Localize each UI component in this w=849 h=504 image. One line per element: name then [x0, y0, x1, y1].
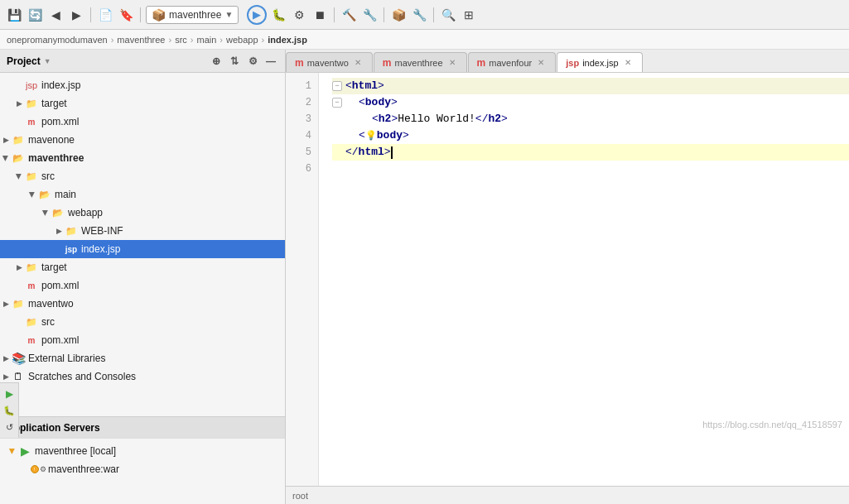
save-button[interactable]: 💾: [5, 6, 23, 24]
pom-icon: m: [25, 115, 38, 128]
tree-label: mavenone: [28, 134, 75, 146]
line-num-5: 5: [286, 144, 318, 161]
build-button[interactable]: 🔨: [340, 6, 358, 24]
tree-item-index-jsp-root[interactable]: ▶ jsp index.jsp: [0, 76, 285, 94]
tab-maventhree[interactable]: m maventhree ✕: [374, 52, 467, 72]
tab-indexjsp[interactable]: jsp index.jsp ✕: [557, 52, 642, 72]
tab-close-mavenfour[interactable]: ✕: [535, 57, 547, 69]
tree-item-indexjsp[interactable]: ▶ jsp index.jsp: [0, 240, 285, 258]
bc-module[interactable]: maventhree: [117, 35, 165, 45]
open-button[interactable]: 📄: [96, 6, 114, 24]
line-num-4: 4: [286, 127, 318, 144]
tab-close-indexjsp[interactable]: ✕: [622, 57, 634, 69]
settings-button[interactable]: 🔧: [410, 6, 428, 24]
m-icon: m: [477, 57, 486, 69]
jsp-icon: jsp: [25, 79, 38, 92]
tree-label: index.jsp: [81, 243, 120, 255]
tree-item-target[interactable]: ▶ 📁 target: [0, 258, 285, 276]
tab-close-maventhree[interactable]: ✕: [446, 57, 458, 69]
tree-item-mavenone[interactable]: ▶ 📁 mavenone: [0, 131, 285, 149]
settings-icon[interactable]: ⚙: [245, 54, 260, 69]
tree-item-src[interactable]: ▶ 📁 src: [0, 167, 285, 185]
sep2: [140, 7, 141, 22]
fold-2[interactable]: −: [332, 98, 342, 108]
rebuild-button[interactable]: 🔧: [360, 6, 379, 24]
collapse-icon[interactable]: —: [263, 54, 278, 69]
sidebar-header: Project ▼ ⊕ ⇅ ⚙ —: [0, 50, 285, 73]
scratches-icon: 🗒: [12, 370, 25, 383]
folder-icon: 📁: [25, 97, 38, 110]
back-button[interactable]: ◀: [46, 6, 65, 24]
search-button[interactable]: 🔍: [439, 6, 457, 24]
tree-item-maventhree-local[interactable]: ▶ ▶ maventhree [local]: [0, 442, 285, 460]
tree-item-pom-root[interactable]: ▶ m pom.xml: [0, 113, 285, 131]
tree-item-maventhree-war[interactable]: ▶ ! ⚙ maventhree:war: [0, 460, 285, 478]
forward-button[interactable]: ▶: [67, 6, 85, 24]
app-server-run-icon: ▶: [18, 444, 31, 458]
expand-all-icon[interactable]: ⇅: [227, 54, 242, 69]
folder-icon: 📁: [12, 133, 25, 146]
unknown-button[interactable]: ⊞: [460, 6, 478, 24]
tree-item-webinf[interactable]: ▶ 📁 WEB-INF: [0, 222, 285, 240]
tree-label: WEB-INF: [81, 225, 123, 237]
debug-side-button[interactable]: 🐛: [2, 403, 17, 418]
add-icon[interactable]: ⊕: [209, 54, 224, 69]
tree-item-maventhree[interactable]: ▶ 📂 maventhree: [0, 149, 285, 167]
tab-label: mavenfour: [489, 58, 532, 68]
code-line-5: − </html>: [332, 144, 849, 161]
debug-button[interactable]: 🐛: [269, 6, 287, 24]
line-num-6: 6: [286, 161, 318, 177]
tree-label: maventhree:war: [48, 463, 119, 475]
breadcrumb: onepromanymodumaven › maventhree › src ›…: [0, 30, 849, 50]
maven-button[interactable]: 📦: [389, 6, 408, 24]
sidebar: Project ▼ ⊕ ⇅ ⚙ — ▶ jsp index.jsp ▶ 📁 ta…: [0, 50, 286, 504]
tree-item-pom[interactable]: ▶ m pom.xml: [0, 276, 285, 295]
tree-label: Scratches and Consoles: [28, 371, 136, 382]
editor-area: m maventwo ✕ m maventhree ✕ m mavenfour …: [286, 50, 849, 504]
tree-label: target: [41, 98, 67, 109]
tab-mavenfour[interactable]: m mavenfour ✕: [468, 52, 557, 72]
code-line-4: −<💡body>: [332, 127, 849, 144]
sync-button[interactable]: 🔄: [26, 6, 44, 24]
pom-icon: m: [25, 334, 38, 347]
tree-item-ext-libs[interactable]: ▶ 📚 External Libraries: [0, 349, 285, 367]
stop-button[interactable]: ⏹: [311, 6, 329, 24]
tab-label: index.jsp: [582, 58, 618, 68]
war-icon: ! ⚙: [31, 463, 45, 476]
tab-maventwo[interactable]: m maventwo ✕: [286, 52, 373, 72]
editor-tabs: m maventwo ✕ m maventhree ✕ m mavenfour …: [286, 50, 849, 73]
run-button[interactable]: ▶: [247, 5, 267, 25]
tree-label: index.jsp: [41, 79, 80, 91]
code-editor[interactable]: 1 2 3 4 5 6 − <html> − <body>: [286, 73, 849, 486]
tab-close-maventwo[interactable]: ✕: [352, 57, 364, 69]
tree-item-main[interactable]: ▶ 📂 main: [0, 185, 285, 204]
sep5: [433, 7, 434, 22]
tree-item-target-root[interactable]: ▶ 📁 target: [0, 94, 285, 113]
tree-item-scratches[interactable]: ▶ 🗒 Scratches and Consoles: [0, 367, 285, 386]
pom-icon: m: [25, 279, 38, 292]
play-side-button[interactable]: ▶: [2, 386, 17, 401]
tree-item-maventwo[interactable]: ▶ 📁 maventwo: [0, 295, 285, 313]
fold-1[interactable]: −: [332, 81, 342, 91]
code-content[interactable]: − <html> − <body> <h2>Hello World!</h2> …: [319, 73, 849, 486]
bc-file[interactable]: index.jsp: [268, 35, 307, 45]
folder-open-icon: 📂: [12, 151, 25, 165]
line-num-1: 1: [286, 78, 318, 94]
bookmark-button[interactable]: 🔖: [117, 6, 135, 24]
tree-item-src2[interactable]: ▶ 📁 src: [0, 313, 285, 331]
tree-item-webapp[interactable]: ▶ 📂 webapp: [0, 204, 285, 222]
code-line-1: − <html>: [332, 78, 849, 94]
sep1: [90, 7, 91, 22]
bc-webapp[interactable]: webapp: [226, 35, 258, 45]
run-config-button[interactable]: ⚙: [290, 6, 308, 24]
app-servers-content: ▶ ▶ maventhree [local] ▶ ! ⚙ maventhree:…: [0, 438, 285, 504]
tree-item-pom2[interactable]: ▶ m pom.xml: [0, 331, 285, 349]
toolbar: 💾 🔄 ◀ ▶ 📄 🔖 📦 maventhree ▼ ▶ 🐛 ⚙ ⏹ 🔨 🔧 📦…: [0, 0, 849, 30]
folder-icon: 📂: [38, 188, 51, 201]
bc-src[interactable]: src: [175, 35, 187, 45]
project-dropdown[interactable]: 📦 maventhree ▼: [146, 6, 239, 24]
update-side-button[interactable]: ↺: [2, 420, 17, 434]
dropdown-label: maventhree: [169, 9, 221, 21]
bc-project[interactable]: onepromanymodumaven: [7, 35, 108, 45]
bc-main[interactable]: main: [196, 35, 216, 45]
